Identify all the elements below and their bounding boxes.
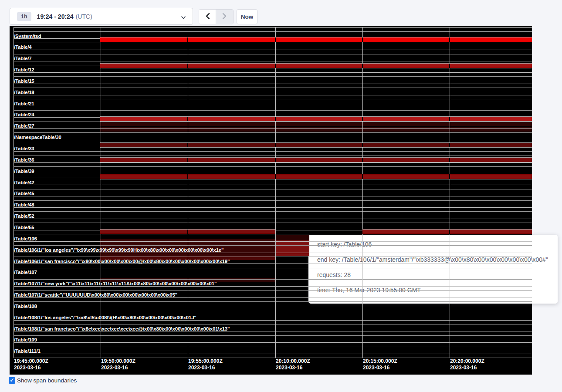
span-boundary-line [14,347,532,347]
tick-time: 20:20:00.000Z [450,358,484,365]
heat-band-gap [187,158,188,162]
heat-band [100,122,532,126]
time-range-selector[interactable]: 1h 19:24 - 20:24 (UTC) [10,8,193,25]
span-boundary-line [14,275,532,275]
span-boundary-line [14,241,532,242]
span-boundary-line [14,196,532,196]
heat-band-gap [362,158,363,162]
row-key-label: /Table/15 [14,78,34,84]
bucket-boundary-line [188,27,188,358]
next-time-button[interactable] [216,10,233,24]
span-boundary-line [14,324,532,324]
tick-time: 20:10:00.000Z [276,358,310,365]
time-axis-tick: 19:50:00.000Z2023-03-16 [101,358,135,371]
span-boundary-line [14,245,532,246]
heat-band-gap [187,117,188,121]
row-key-label: /Table/36 [14,157,34,162]
span-boundary-line [14,122,532,122]
heat-band [100,37,532,42]
span-boundary-line [14,132,532,133]
span-boundary-line [14,268,532,268]
span-boundary-line [14,54,532,54]
row-key-label: /Table/7 [14,56,31,61]
heat-band-gap [449,64,450,68]
row-key-label: /System/tsd [14,34,41,39]
span-boundary-line [14,342,532,343]
tick-time: 19:55:00.000Z [188,358,223,365]
bucket-boundary-line [362,27,363,358]
span-boundary-line [14,211,532,212]
time-axis-tick: 20:10:00.000Z2023-03-16 [276,358,310,371]
heat-band-gap [362,37,363,42]
time-range-text: 19:24 - 20:24 [37,13,74,20]
row-key-label: /Table/106 [14,236,37,241]
heat-band [100,64,532,68]
span-boundary-line [14,200,532,201]
heat-band-gap [362,64,363,68]
span-boundary-line [14,185,532,185]
row-key-label: /Table/21 [14,101,34,106]
row-key-label: /Table/107 [14,270,37,275]
tick-date: 2023-03-16 [14,365,48,371]
span-boundary-line [14,151,532,152]
row-key-label: /Table/24 [14,112,34,117]
tick-time: 20:15:00.000Z [363,358,397,365]
heat-band-gap [187,64,188,68]
chevron-left-icon [205,13,210,21]
row-key-label: /Table/106/1/"san francisco"/"\x80\x00\x… [14,259,230,264]
span-boundary-line [14,84,532,84]
span-boundary-line [14,253,532,253]
bucket-boundary-line [275,27,276,358]
time-axis-tick: 20:15:00.000Z2023-03-16 [363,358,397,371]
heat-band [100,174,532,179]
row-key-label: /Table/108/1/"los angeles"/"\xa8\xf5\u00… [14,315,196,320]
tick-date: 2023-03-16 [101,365,135,371]
heat-band-gap [187,143,188,147]
time-axis-tick: 19:55:00.000Z2023-03-16 [188,358,223,371]
tick-date: 2023-03-16 [363,365,397,371]
row-key-label: /Table/45 [14,191,34,196]
heat-band-gap [449,158,450,162]
time-axis-tick: 19:45:00.000Z2023-03-16 [14,358,48,371]
show-span-boundaries-checkbox[interactable]: ✓ [9,377,15,384]
row-key-label: /Table/107/1/"new york"/"\x11\x11\x11\x1… [14,281,217,286]
row-key-label: /Table/106/1/"los angeles"/"\x99\x99\x99… [14,247,223,253]
span-boundary-line [14,279,532,280]
span-boundary-line [14,99,532,99]
heat-band-gap [449,117,450,121]
row-key-label: /Table/27 [14,123,34,128]
now-button[interactable]: Now [237,9,257,24]
time-preset-badge: 1h [17,12,31,21]
heat-band [362,230,532,234]
span-boundary-line [14,155,532,155]
heat-band-gap [362,174,363,179]
heat-band [100,158,532,162]
span-boundary-line [14,72,532,73]
heat-band [100,117,532,121]
heat-band [276,235,309,240]
heat-band-gap [362,143,363,147]
chevron-down-icon [181,14,186,22]
span-boundary-line [14,95,532,95]
heat-band-gap [275,117,276,121]
span-boundary-line [14,106,532,106]
time-axis-tick: 20:20:00.000Z2023-03-16 [450,358,484,371]
heat-band-gap [449,174,450,179]
heat-band-gap [275,174,276,179]
row-key-label: /Table/55 [14,225,34,230]
span-boundary-line [14,313,532,313]
heat-band-gap [449,230,450,234]
span-boundary-line [14,207,532,208]
row-key-label: /Table/109 [14,337,37,342]
keyvis-canvas[interactable]: /System/tsd/Table/4/Table/7/Table/12/Tab… [10,26,532,375]
row-key-label: /Table/107/1/"seattle"/"UUUUUUD\x00\x80\… [14,292,177,297]
key-visualizer-page: 1h 19:24 - 20:24 (UTC) Now /System/tsd/T… [0,0,562,392]
heat-band [276,240,309,256]
footer: ✓ Show span boundaries [9,377,77,384]
span-boundary-line [14,354,532,354]
tick-time: 19:45:00.000Z [14,358,48,365]
prev-time-button[interactable] [199,10,216,24]
row-key-label: /Table/12 [14,67,34,72]
span-boundary-line [14,128,532,129]
span-boundary-line [14,140,532,140]
